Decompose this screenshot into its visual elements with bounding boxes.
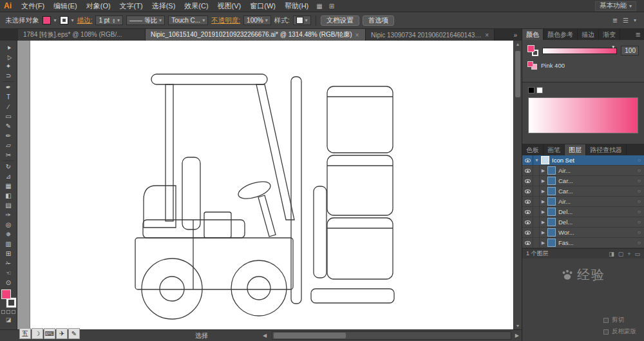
document-setup-button[interactable]: 文档设置 (321, 15, 359, 26)
rotate-tool[interactable]: ↻ (0, 162, 17, 171)
line-segment-tool[interactable]: ∕ (0, 102, 17, 112)
draw-normal-icon[interactable] (1, 310, 5, 314)
visibility-cell[interactable] (522, 228, 533, 237)
fill-color-swatch[interactable] (43, 16, 51, 24)
horizontal-scroll-thumb[interactable] (274, 333, 346, 338)
layer-name[interactable]: Car... (558, 177, 634, 184)
layer-row[interactable]: ▶ Air... ○ (522, 197, 644, 207)
draw-inside-icon[interactable] (12, 310, 15, 314)
menu-type[interactable]: 文字(T) (115, 0, 147, 12)
target-circle-icon[interactable]: ○ (634, 199, 644, 204)
tab-stroke[interactable]: 描边 (578, 29, 599, 40)
layer-thumbnail[interactable] (547, 197, 556, 206)
blend-tool[interactable]: ◎ (0, 220, 17, 229)
document-layout-icon[interactable]: ⊞ (329, 3, 334, 10)
screen-mode-icon[interactable]: ◪ (6, 317, 12, 323)
expand-triangle-icon[interactable]: ▶ (540, 168, 547, 173)
clip-checkbox[interactable] (603, 318, 609, 323)
white-to-pink-gradient-swatch[interactable] (528, 97, 638, 133)
layer-name[interactable]: Car... (558, 188, 634, 195)
layer-row[interactable]: ▶ Del... ○ (522, 207, 644, 217)
eraser-tool[interactable]: ▱ (0, 141, 17, 150)
layer-thumbnail[interactable] (547, 208, 556, 216)
fill-stroke-proxy[interactable] (1, 289, 16, 307)
delete-layer-icon[interactable]: ▭ (634, 251, 640, 257)
chevron-down-icon[interactable]: ▾ (117, 17, 120, 23)
workspace-switcher[interactable]: 基本功能 ▾ (595, 1, 636, 11)
visibility-cell[interactable] (522, 207, 533, 217)
layer-row[interactable]: ▶ Car... ○ (522, 186, 644, 197)
menu-view[interactable]: 视图(V) (213, 0, 246, 12)
eye-icon[interactable] (525, 169, 531, 173)
stroke-weight-field[interactable]: 1 pt ▲▼ ▾ (95, 15, 123, 25)
graph-tool[interactable]: ▥ (0, 239, 17, 249)
type-tool[interactable]: T (0, 92, 17, 102)
tab-layers[interactable]: 图层 (565, 144, 586, 155)
scroll-right-icon[interactable]: ▶ (515, 333, 519, 338)
width-profile-dropdown[interactable]: —— 等比 ▾ (126, 15, 165, 25)
target-circle-icon[interactable]: ○ (634, 219, 644, 225)
menu-select[interactable]: 选择(S) (147, 0, 180, 12)
ime-symbol-icon[interactable]: ✈ (56, 328, 68, 339)
shape-builder-tool[interactable]: ◧ (0, 191, 17, 200)
layer-name[interactable]: Del... (558, 219, 634, 226)
menu-file[interactable]: 文件(F) (17, 0, 49, 12)
expand-triangle-icon[interactable]: ▶ (540, 230, 547, 235)
canvas-area[interactable]: ▲ ▼ (17, 41, 522, 329)
stroke-chevron-icon[interactable]: ▾ (71, 17, 74, 23)
fill-proxy-swatch[interactable] (1, 289, 11, 299)
layer-thumbnail[interactable] (547, 228, 556, 237)
layer-row-icon-set[interactable]: ▼ Icon Set ○ (522, 155, 644, 166)
invert-mask-checkbox[interactable] (603, 329, 609, 335)
stepper-icon[interactable]: ▲▼ (112, 18, 115, 23)
expand-triangle-icon[interactable]: ▶ (540, 179, 547, 184)
layer-thumbnail[interactable] (547, 239, 556, 247)
slice-tool[interactable]: ✁ (0, 258, 17, 268)
visibility-cell[interactable] (522, 155, 533, 165)
scale-tool[interactable]: ⊿ (0, 171, 17, 181)
document-tab-3[interactable]: Nipic 13090734 20190602164601432... × (366, 29, 495, 41)
visibility-cell[interactable] (522, 238, 533, 248)
artboard-tool[interactable]: ⊞ (0, 249, 17, 258)
gradient-tool[interactable]: ▤ (0, 200, 17, 210)
expand-triangle-icon[interactable]: ▶ (540, 209, 547, 215)
paintbrush-tool[interactable]: ✎ (0, 121, 17, 131)
tab-color[interactable]: 颜色 (522, 29, 544, 40)
tint-slider[interactable]: ▾ (542, 48, 617, 54)
tab-color-guide[interactable]: 颜色参考 (544, 29, 578, 40)
chevron-down-icon[interactable]: ▾ (634, 17, 636, 23)
free-transform-tool[interactable]: ▦ (0, 181, 17, 191)
target-circle-icon[interactable]: ○ (634, 229, 644, 235)
expand-triangle-icon[interactable]: ▼ (533, 158, 540, 162)
pencil-tool[interactable]: ✏ (0, 131, 17, 141)
target-circle-icon[interactable]: ○ (634, 209, 644, 215)
visibility-cell[interactable] (522, 186, 533, 196)
tab-brushes[interactable]: 画笔 (544, 144, 565, 155)
layer-name[interactable]: Fas... (558, 239, 634, 246)
selection-tool[interactable]: ▲ (0, 42, 17, 52)
zoom-tool[interactable]: ⊙ (0, 278, 17, 287)
brush-definition-dropdown[interactable]: Touch C... ▾ (168, 15, 208, 25)
symbol-sprayer-tool[interactable]: ✵ (0, 229, 17, 239)
draw-behind-icon[interactable] (6, 310, 10, 314)
eye-icon[interactable] (525, 210, 531, 214)
black-swatch[interactable] (528, 87, 535, 93)
tab-swatches[interactable]: 色板 (522, 144, 544, 155)
eye-icon[interactable] (525, 220, 531, 224)
preferences-button[interactable]: 首选项 (363, 15, 395, 26)
drawing-modes[interactable] (1, 310, 15, 314)
close-icon[interactable]: × (485, 32, 489, 39)
scroll-down-icon[interactable]: ▼ (514, 324, 522, 328)
align-panel-icon[interactable]: ≣ (612, 17, 618, 24)
close-icon[interactable]: × (355, 32, 359, 39)
ime-wubi-icon[interactable]: 五 (19, 328, 31, 339)
eye-icon[interactable] (525, 159, 531, 162)
ime-mode-icon[interactable]: ☽ (32, 328, 43, 339)
horizontal-scrollbar[interactable] (272, 331, 511, 340)
layer-thumbnail[interactable] (541, 156, 549, 164)
ime-tools-icon[interactable]: ✎ (68, 328, 80, 339)
panel-menu-icon[interactable]: ≣ (632, 29, 644, 40)
eyedropper-tool[interactable]: ✑ (0, 210, 17, 220)
layer-name[interactable]: Air... (558, 198, 634, 205)
target-circle-icon[interactable]: ○ (634, 168, 644, 173)
